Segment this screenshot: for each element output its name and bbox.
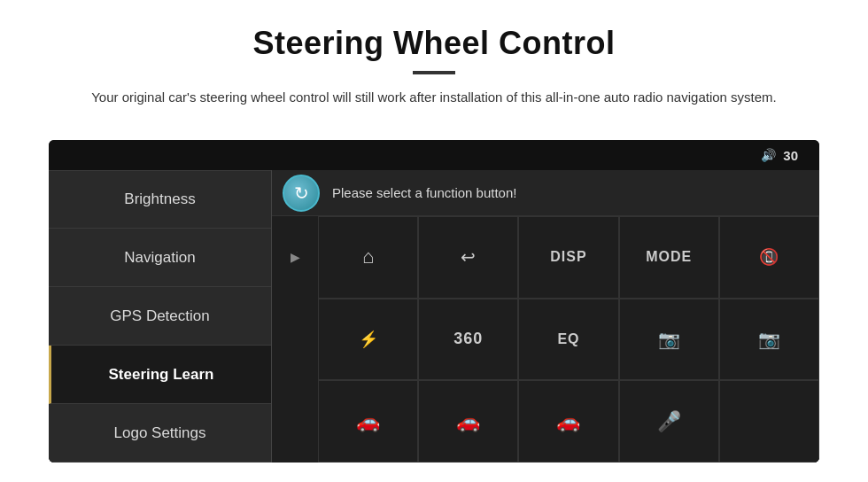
back-icon: ↩ [461,246,476,268]
camera1-icon: 📷 [658,329,680,350]
camera2-icon: 📷 [758,329,780,350]
sidebar: Brightness Navigation GPS Detection Stee… [49,170,272,463]
360-label: 360 [453,330,483,348]
title-divider [413,71,455,74]
eq-label: EQ [557,331,579,347]
button-grid: ▶ ⌂ ↩ DISP MODE 📵 [272,216,819,463]
phone-off-icon: 📵 [759,247,779,267]
cursor-cell-1: ▶ [272,216,318,299]
btn-antenna[interactable]: ⚡ [318,299,418,381]
device-screen: 🔊 30 Brightness Navigation GPS Detection… [49,140,819,463]
btn-empty[interactable] [719,380,819,463]
btn-car3[interactable]: 🚗 [518,380,618,463]
btn-car1[interactable]: 🚗 [318,380,418,463]
header-section: Steering Wheel Control Your original car… [0,0,868,124]
btn-mode[interactable]: MODE [619,216,719,299]
cursor-arrow: ▶ [291,250,300,264]
btn-disp[interactable]: DISP [518,216,618,299]
page-title: Steering Wheel Control [53,25,815,62]
disp-label: DISP [550,249,586,265]
top-bar: 🔊 30 [49,140,819,170]
sidebar-item-navigation[interactable]: Navigation [49,229,271,287]
btn-mic[interactable]: 🎤 [619,380,719,463]
sidebar-item-steering-learn[interactable]: Steering Learn [49,346,271,404]
mode-label: MODE [646,249,692,265]
btn-phone-off[interactable]: 📵 [719,216,819,299]
sidebar-item-logo-settings[interactable]: Logo Settings [49,404,271,463]
refresh-icon: ↻ [294,183,309,204]
btn-home[interactable]: ⌂ [318,216,418,299]
home-icon: ⌂ [362,245,374,268]
mic-icon: 🎤 [657,410,681,433]
volume-icon: 🔊 [761,148,776,162]
antenna-icon: ⚡ [359,330,378,349]
main-content: Brightness Navigation GPS Detection Stee… [49,170,819,463]
prompt-text: Please select a function button! [332,185,516,200]
volume-number: 30 [783,148,798,163]
car2-icon: 🚗 [456,410,480,433]
btn-car2[interactable]: 🚗 [418,380,518,463]
sidebar-item-brightness[interactable]: Brightness [49,170,271,229]
cursor-cell-2 [272,299,318,381]
btn-back[interactable]: ↩ [418,216,518,299]
btn-camera1[interactable]: 📷 [619,299,719,381]
refresh-button[interactable]: ↻ [283,175,320,212]
car3-icon: 🚗 [556,410,580,433]
btn-eq[interactable]: EQ [518,299,618,381]
subtitle-text: Your original car's steering wheel contr… [89,87,779,108]
btn-360[interactable]: 360 [418,299,518,381]
right-panel: ↻ Please select a function button! ▶ ⌂ ↩ [272,170,819,463]
prompt-bar: ↻ Please select a function button! [272,170,819,216]
btn-camera2[interactable]: 📷 [719,299,819,381]
sidebar-item-gps-detection[interactable]: GPS Detection [49,287,271,346]
car1-icon: 🚗 [356,410,380,433]
cursor-cell-3 [272,380,318,463]
